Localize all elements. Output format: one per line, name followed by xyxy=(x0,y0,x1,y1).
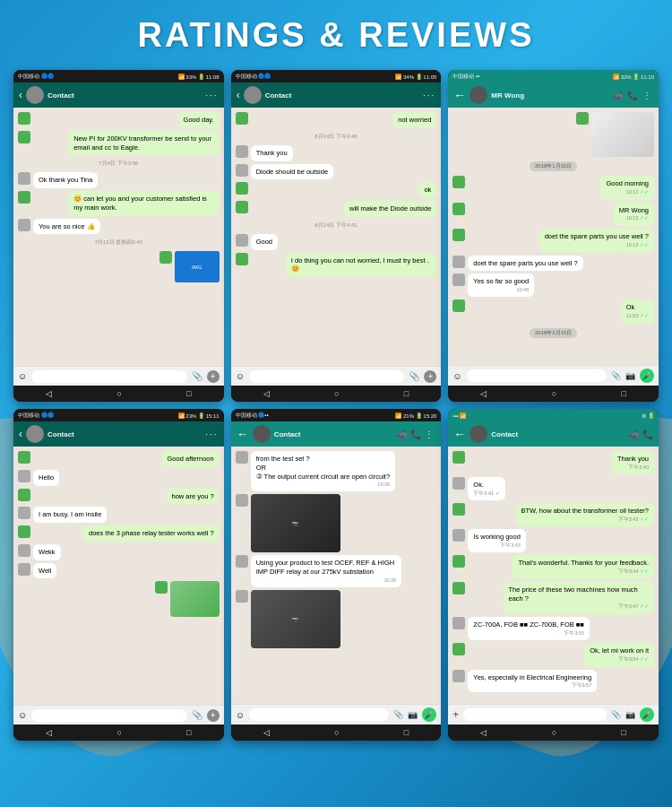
home-nav-6[interactable]: ○ xyxy=(552,728,556,737)
call-icon-5[interactable]: 📞 xyxy=(410,430,421,439)
msg-time: 10:12 ✓✓ xyxy=(619,215,649,222)
emoji-btn-3[interactable]: ☺ xyxy=(452,371,461,381)
mic-btn-5[interactable]: 🎤 xyxy=(422,707,436,722)
camera-btn-5[interactable]: 📷 xyxy=(408,710,418,719)
chat-input-bar-4: ☺ 📎 + xyxy=(13,705,224,725)
mic-btn-3[interactable]: 🎤 xyxy=(640,369,654,383)
message-bubble: ok xyxy=(418,182,436,198)
chat-header-5: ← Contact 📹 📞 ⋮ xyxy=(231,421,442,447)
phone-navbar-4: ◁ ○ □ xyxy=(13,725,224,741)
avatar-small xyxy=(18,172,30,185)
back-nav-3[interactable]: ◁ xyxy=(480,389,487,398)
plus-btn-4[interactable]: + xyxy=(207,709,220,722)
emoji-btn-5[interactable]: ☺ xyxy=(236,710,245,720)
chat-body-1: Good day. New PI for 200KV transformer b… xyxy=(13,108,224,366)
call-icon-6[interactable]: 📞 xyxy=(642,430,653,439)
camera-btn-6[interactable]: 📷 xyxy=(625,710,635,719)
back-button-6[interactable]: ← xyxy=(453,427,466,441)
header-menu-4[interactable]: ··· xyxy=(205,430,218,439)
add-btn-6[interactable]: + xyxy=(452,708,459,721)
phone-screenshot-6: ▪▪▪ 📶 ⚙ 🔋 ← Contact 📹 📞 Thank you 下午3:40… xyxy=(448,409,659,741)
back-button-4[interactable]: ‹ xyxy=(19,428,22,440)
message-bubble: Good day. xyxy=(178,112,220,128)
msg-time: 10:12 ✓✓ xyxy=(545,242,649,249)
recents-nav-5[interactable]: □ xyxy=(404,728,409,737)
msg-row: Good morning 10:12 ✓✓ xyxy=(452,176,654,200)
call-icon[interactable]: 📞 xyxy=(627,91,638,100)
back-button-3[interactable]: ← xyxy=(453,88,466,102)
avatar-3 xyxy=(470,86,487,104)
carrier-6: ▪▪▪ 📶 xyxy=(452,412,466,419)
recents-nav-2[interactable]: □ xyxy=(404,389,409,398)
video-icon-5[interactable]: 📹 xyxy=(396,430,407,439)
back-nav-2[interactable]: ◁ xyxy=(263,389,270,398)
message-bubble: not worried xyxy=(392,112,436,128)
avatar-small xyxy=(236,164,248,177)
home-nav-2[interactable]: ○ xyxy=(334,389,339,398)
attach-btn-6[interactable]: 📎 xyxy=(611,710,621,719)
attach-btn[interactable]: 📎 xyxy=(192,371,202,381)
attach-btn-4[interactable]: 📎 xyxy=(192,710,202,720)
home-nav[interactable]: ○ xyxy=(116,389,121,398)
recents-nav-6[interactable]: □ xyxy=(621,728,625,737)
contact-name-5: Contact xyxy=(274,430,397,438)
carrier-5: 中国移动 🔵▪▪ xyxy=(236,412,269,420)
avatar-small xyxy=(18,489,30,501)
recents-nav-3[interactable]: □ xyxy=(621,389,625,398)
avatar-small xyxy=(236,253,248,265)
attach-btn-3[interactable]: 📎 xyxy=(611,371,621,380)
msg-row xyxy=(452,112,654,157)
message-input-6[interactable] xyxy=(463,708,607,721)
avatar-small xyxy=(236,555,248,568)
header-menu-5[interactable]: ⋮ xyxy=(425,430,435,439)
message-input-4[interactable] xyxy=(31,709,186,722)
message-input-2[interactable] xyxy=(249,370,404,383)
msg-row: from the test set ?OR② The output curren… xyxy=(236,451,437,491)
header-menu-1[interactable]: ··· xyxy=(205,91,218,100)
attach-btn-5[interactable]: 📎 xyxy=(393,710,403,719)
mic-btn-6[interactable]: 🎤 xyxy=(640,707,654,722)
message-bubble: Good xyxy=(251,234,278,250)
message-bubble: You are so nice 👍 xyxy=(33,219,100,235)
recents-nav[interactable]: □ xyxy=(186,389,191,398)
back-nav-4[interactable]: ◁ xyxy=(46,728,52,737)
plus-btn[interactable]: + xyxy=(207,370,220,383)
camera-btn-3[interactable]: 📷 xyxy=(625,371,635,380)
back-button-1[interactable]: ‹ xyxy=(19,89,22,101)
contact-name-1: Contact xyxy=(47,91,205,100)
back-nav-6[interactable]: ◁ xyxy=(480,728,487,737)
message-input-5[interactable] xyxy=(249,708,389,721)
message-bubble: Ok, let mi work on it 下午3:54 ✓✓ xyxy=(584,643,654,667)
video-icon-6[interactable]: 📹 xyxy=(628,430,639,439)
msg-row: Ok thank you Tina xyxy=(18,172,220,188)
home-nav-5[interactable]: ○ xyxy=(334,728,339,737)
msg-row: Using your product to test OCEF, REF & H… xyxy=(236,555,437,587)
header-menu-2[interactable]: ··· xyxy=(423,91,435,100)
emoji-btn[interactable]: ☺ xyxy=(18,371,27,381)
back-button-2[interactable]: ‹ xyxy=(237,89,240,101)
back-nav-5[interactable]: ◁ xyxy=(263,728,270,737)
back-button-5[interactable]: ← xyxy=(237,427,249,441)
plus-btn-2[interactable]: + xyxy=(424,370,436,383)
msg-row: not worried xyxy=(236,112,437,128)
message-input[interactable] xyxy=(31,370,186,383)
recents-nav-4[interactable]: □ xyxy=(186,728,191,737)
message-bubble: Thank you 下午3:40 xyxy=(612,451,654,474)
home-nav-4[interactable]: ○ xyxy=(116,728,121,737)
home-nav-3[interactable]: ○ xyxy=(552,389,556,398)
avatar-small xyxy=(18,563,30,576)
video-call-icon[interactable]: 📹 xyxy=(612,91,623,100)
emoji-btn-2[interactable]: ☺ xyxy=(236,371,245,381)
msg-row: I am busy. I am insite xyxy=(18,507,220,523)
message-input-3[interactable] xyxy=(467,369,607,382)
avatar-small xyxy=(159,251,172,264)
statusbar-3: 中国移动 ▪▪ 📶 32% 🔋 11:10 xyxy=(448,70,659,82)
timestamp: 7月13日 星期四9:40 xyxy=(18,239,220,247)
emoji-btn-4[interactable]: ☺ xyxy=(18,710,27,720)
avatar-small xyxy=(452,229,465,241)
attach-btn-2[interactable]: 📎 xyxy=(409,371,419,381)
message-bubble: MR Wong 10:12 ✓✓ xyxy=(614,203,654,227)
avatar-small xyxy=(452,451,465,464)
header-menu-3[interactable]: ⋮ xyxy=(642,91,653,100)
back-nav[interactable]: ◁ xyxy=(46,389,52,398)
